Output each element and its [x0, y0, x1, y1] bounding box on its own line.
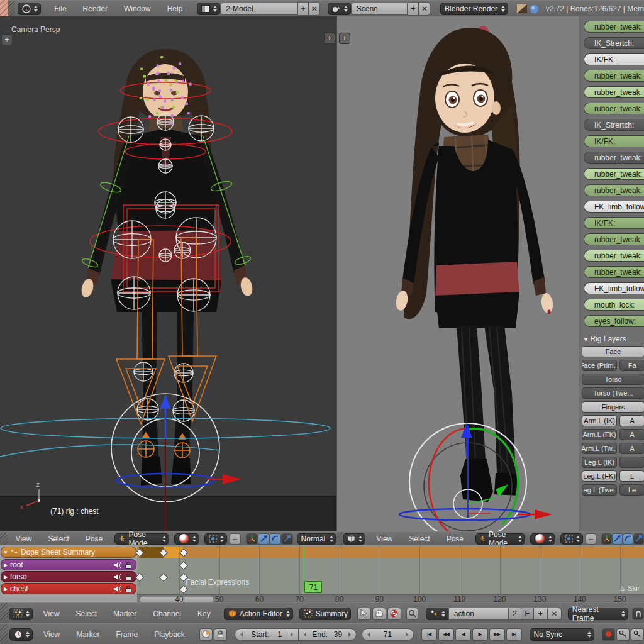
channel-expand-icon[interactable]: ▶	[1, 562, 10, 568]
speaker-icon[interactable]	[113, 586, 121, 592]
viewport-left-canvas[interactable]: xz	[0, 16, 336, 531]
editor-type-button[interactable]	[9, 628, 33, 641]
properties-region-expand-button[interactable]: +	[324, 33, 335, 44]
menu-dope-select[interactable]: Select	[68, 609, 105, 618]
rig-layer-button-partial[interactable]: A	[619, 443, 644, 454]
face-rig-control-dot[interactable]	[158, 89, 161, 92]
face-rig-control-dot[interactable]	[169, 83, 172, 86]
jump-to-start-button[interactable]: |◀	[421, 628, 437, 641]
dope-sheet[interactable]: 405060708090100110120130140150▼Dope Shee…	[0, 545, 644, 603]
menu-vpl-select[interactable]: Select	[40, 535, 77, 543]
rig-layer-button-armltw[interactable]: Arm.L (Tw...	[582, 443, 617, 454]
scene-name-field[interactable]: Scene	[351, 3, 408, 15]
rig-slider-fklimbfollow[interactable]: FK_limb_follow	[584, 282, 644, 294]
rig-slider-rubbertweak[interactable]: rubber_tweak:	[584, 266, 644, 278]
manipulator-rotate-button[interactable]	[269, 533, 281, 545]
pivot-select[interactable]	[560, 533, 583, 545]
face-rig-control-dot[interactable]	[181, 96, 184, 99]
viewport-right[interactable]: +	[336, 16, 579, 531]
rig-layer-button-leglfk[interactable]: Leg.L (FK)	[582, 470, 617, 482]
rig-slider-ikfk[interactable]: IK/FK:	[584, 217, 644, 229]
face-rig-control-dot[interactable]	[170, 89, 172, 91]
delete-scene-button[interactable]: ✕	[419, 2, 430, 16]
rig-slider-rubbertweak[interactable]: rubber_tweak:	[584, 103, 644, 114]
filter-selected-button[interactable]	[357, 608, 371, 620]
menu-vpr-view[interactable]: View	[368, 535, 401, 543]
add-screen-button[interactable]: +	[297, 2, 309, 16]
rig-slider-rubbertweak[interactable]: rubber_tweak:	[584, 250, 644, 262]
face-rig-control-dot[interactable]	[157, 64, 159, 67]
lock-button[interactable]	[214, 628, 227, 641]
decrement-arrow-icon[interactable]	[304, 632, 306, 637]
next-keyframe-button[interactable]: ▶▶	[489, 628, 505, 641]
channel-row-root[interactable]: ▶root	[1, 559, 136, 570]
rig-layer-button-face[interactable]: Face	[582, 346, 644, 357]
face-rig-control-dot[interactable]	[153, 98, 156, 101]
snap-mode-select[interactable]: Nearest Frame	[568, 608, 628, 620]
action-users-count[interactable]: 2	[509, 608, 521, 620]
rig-layer-button-faceprim[interactable]: Face (Prim...	[582, 360, 617, 371]
corner-grip[interactable]	[336, 532, 343, 545]
pose-marker-icon[interactable]: ▲	[179, 586, 185, 592]
face-rig-control-dot[interactable]	[146, 98, 148, 101]
manipulator-translate-button[interactable]	[258, 533, 270, 545]
rig-layer-button-legltwe[interactable]: Leg.L (Twe...	[582, 484, 617, 496]
fake-user-button[interactable]: F	[521, 608, 534, 620]
end-frame-field[interactable]: End:39	[299, 628, 357, 641]
menu-top-window[interactable]: Window	[116, 4, 159, 13]
decrement-arrow-icon[interactable]	[367, 632, 370, 637]
manipulator-axes-button[interactable]	[246, 533, 258, 545]
toolshelf-expand-button[interactable]: +	[1, 34, 13, 45]
face-rig-control-dot[interactable]	[179, 63, 181, 65]
decrement-arrow-icon[interactable]	[240, 632, 243, 637]
corner-grip[interactable]	[0, 603, 8, 624]
pivot-select[interactable]	[204, 533, 227, 545]
menu-dope-view[interactable]: View	[35, 609, 68, 618]
rig-layers-panel-header[interactable]: ▼ Rig Layers	[583, 335, 644, 343]
start-frame-field[interactable]: Start:1	[235, 628, 299, 641]
delete-screen-button[interactable]: ✕	[309, 2, 320, 16]
add-action-button[interactable]: +	[534, 608, 548, 620]
viewport-left[interactable]: xz Camera Persp (71) rig : chest + +	[0, 16, 336, 531]
menu-vpr-select[interactable]: Select	[401, 535, 438, 543]
prev-keyframe-button[interactable]: ◀◀	[438, 628, 454, 641]
corner-grip[interactable]	[8, 1, 15, 17]
increment-arrow-icon[interactable]	[406, 632, 408, 637]
face-rig-control-dot[interactable]	[152, 88, 155, 91]
rig-layer-button-armlik[interactable]: Arm.L (IK)	[582, 415, 617, 426]
face-rig-control-dot[interactable]	[172, 106, 175, 109]
menu-time-marker[interactable]: Marker	[68, 630, 108, 639]
magnet-snap-button[interactable]	[632, 608, 644, 620]
face-rig-control-dot[interactable]	[173, 67, 175, 70]
face-rig-control-dot[interactable]	[148, 115, 151, 118]
editor-type-button[interactable]	[343, 533, 365, 545]
face-rig-control-dot[interactable]	[175, 80, 177, 82]
face-rig-control-dot[interactable]	[155, 73, 158, 75]
corner-grip[interactable]	[0, 532, 8, 545]
menu-vpl-view[interactable]: View	[8, 535, 40, 543]
rig-layer-button-partial[interactable]: A	[619, 415, 644, 426]
menu-time-frame[interactable]: Frame	[108, 630, 146, 639]
rig-slider-ikstrertch[interactable]: IK_Strertch:	[584, 119, 644, 131]
increment-arrow-icon[interactable]	[291, 632, 293, 637]
rig-slider-rubbertweak[interactable]: rubber_tweak:	[584, 86, 644, 98]
dope-scrollbar-track[interactable]	[137, 594, 644, 603]
face-rig-control-dot[interactable]	[160, 56, 163, 58]
shading-select[interactable]	[530, 533, 555, 545]
face-rig-control-dot[interactable]	[140, 68, 143, 70]
manipulator-translate-button[interactable]	[612, 533, 623, 545]
menu-vpl-pose[interactable]: Pose	[77, 535, 111, 543]
rig-layer-button-partial[interactable]: Fa	[619, 360, 644, 371]
snap-toggle-button[interactable]: ⇔	[586, 533, 596, 545]
channel-expand-icon[interactable]: ▼	[1, 550, 10, 555]
rig-slider-eyesfollow[interactable]: eyes_follow:	[584, 315, 644, 327]
channel-row-torso[interactable]: ▶torso	[1, 571, 136, 582]
sync-mode-select[interactable]: No Sync	[530, 628, 594, 641]
face-rig-control-dot[interactable]	[157, 80, 160, 82]
playback-range-button[interactable]	[199, 628, 213, 641]
face-rig-control-dot[interactable]	[147, 83, 150, 86]
mode-select[interactable]: Pose Mode	[114, 533, 169, 545]
lock-icon[interactable]	[125, 573, 132, 580]
screen-name-field[interactable]: 2-Model	[220, 3, 297, 15]
rig-slider-rubbertweak[interactable]: rubber_tweak:	[584, 168, 644, 180]
